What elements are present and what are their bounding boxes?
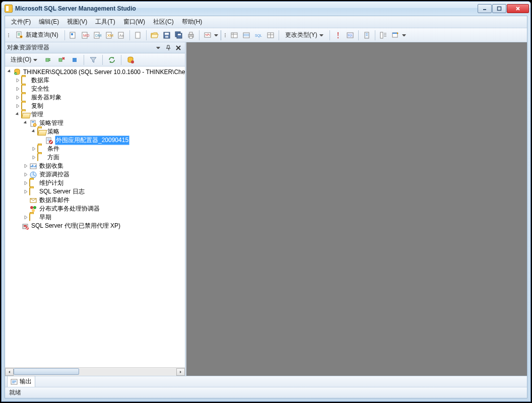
tb-list-btn[interactable] xyxy=(378,30,389,41)
toolbar-grip[interactable] xyxy=(7,33,10,37)
tb-btn-2[interactable]: MD xyxy=(80,30,91,41)
expand-icon[interactable] xyxy=(22,163,29,170)
menu-edit[interactable]: 编辑(E) xyxy=(35,16,63,28)
collapse-icon[interactable] xyxy=(6,69,13,76)
collapse-icon[interactable] xyxy=(22,120,29,127)
tree-node-policy-mgmt[interactable]: 策略管理 xyxy=(5,119,185,127)
horizontal-scrollbar[interactable] xyxy=(5,367,185,376)
svg-rect-57 xyxy=(32,121,34,122)
window-title: Microsoft SQL Server Management Studio xyxy=(15,5,477,12)
tb-sql-btn[interactable]: SQL xyxy=(253,30,264,41)
tree-node-security[interactable]: 安全性 xyxy=(5,85,185,93)
connect-icon-button[interactable] xyxy=(43,54,54,65)
expand-icon[interactable] xyxy=(30,146,37,153)
window-position-button[interactable] xyxy=(154,44,163,52)
tree-node-server[interactable]: THINKER\SQL2008 (SQL Server 10.0.1600 - … xyxy=(5,68,185,76)
tree-node-databases[interactable]: 数据库 xyxy=(5,76,185,85)
new-query-button[interactable]: 新建查询(N) xyxy=(12,29,62,41)
disconnect-button[interactable] xyxy=(56,54,67,65)
tb-btn-5[interactable]: Aa xyxy=(116,30,127,41)
menu-window[interactable]: 窗口(W) xyxy=(119,16,149,28)
save-button[interactable] xyxy=(161,30,172,41)
expand-icon[interactable] xyxy=(14,77,21,84)
tb-btn-1[interactable] xyxy=(68,30,79,41)
scroll-right-button[interactable] xyxy=(176,368,185,376)
activity-icon xyxy=(204,31,212,39)
open-button[interactable] xyxy=(149,30,160,41)
svg-text:XM: XM xyxy=(107,33,113,38)
expand-icon[interactable] xyxy=(22,171,29,178)
scroll-track[interactable] xyxy=(14,368,176,376)
tb-btn-3[interactable]: DM xyxy=(92,30,103,41)
svg-point-58 xyxy=(33,123,36,126)
folder-icon xyxy=(21,102,22,110)
svg-rect-1 xyxy=(498,7,501,11)
tree-node-conditions[interactable]: 条件 xyxy=(5,145,185,153)
tb-tbl-3[interactable] xyxy=(265,30,276,41)
toolbar-grip-2[interactable] xyxy=(224,33,227,37)
expand-icon[interactable] xyxy=(22,188,29,195)
maximize-button[interactable] xyxy=(492,4,506,13)
filter-button[interactable] xyxy=(88,54,99,65)
tree-node-replication[interactable]: 复制 xyxy=(5,102,185,110)
collapse-icon[interactable] xyxy=(14,111,21,118)
tree-node-logs[interactable]: SQL Server 日志 xyxy=(5,187,185,196)
tb-sql2-btn[interactable]: SQL xyxy=(345,30,356,41)
collapse-icon[interactable] xyxy=(30,128,37,136)
tb-newwin-btn[interactable] xyxy=(390,30,401,41)
tb-btn-6[interactable] xyxy=(132,30,144,41)
expand-icon[interactable] xyxy=(30,154,37,161)
tree-node-selected-policy[interactable]: 外围应用配置器_20090415 xyxy=(5,136,185,145)
tree-node-facets[interactable]: 方面 xyxy=(5,153,185,162)
panel-title: 对象资源管理器 xyxy=(7,43,153,52)
menu-view[interactable]: 视图(V) xyxy=(63,16,91,28)
stop-button[interactable] xyxy=(69,54,80,65)
expand-icon[interactable] xyxy=(22,214,29,221)
folder-open-icon xyxy=(151,31,159,39)
menu-help[interactable]: 帮助(H) xyxy=(178,16,207,28)
tb-tbl-1[interactable] xyxy=(229,30,240,41)
expand-icon[interactable] xyxy=(14,94,21,101)
tree-node-legacy[interactable]: 早期 xyxy=(5,213,185,222)
minimize-button[interactable] xyxy=(478,4,492,13)
folder-icon xyxy=(21,76,22,84)
tb-tbl-2[interactable] xyxy=(241,30,252,41)
svg-rect-19 xyxy=(165,36,168,38)
tree-container[interactable]: THINKER\SQL2008 (SQL Server 10.0.1600 - … xyxy=(5,66,185,367)
tree-node-management[interactable]: 管理 xyxy=(5,110,185,119)
pin-icon xyxy=(166,45,171,51)
dropdown-icon[interactable] xyxy=(214,34,218,36)
close-button[interactable] xyxy=(507,4,529,13)
tree-node-server-objects[interactable]: 服务器对象 xyxy=(5,93,185,102)
save-all-button[interactable] xyxy=(173,30,184,41)
dropdown-icon[interactable] xyxy=(402,34,406,36)
tb-indent-btn[interactable] xyxy=(361,30,372,41)
tree-node-dbmail[interactable]: 数据库邮件 xyxy=(5,196,185,205)
menu-file[interactable]: 文件(F) xyxy=(7,16,35,28)
tree-node-data-collection[interactable]: 数据收集 xyxy=(5,162,185,170)
change-type-button[interactable]: 更改类型(Y) xyxy=(282,29,327,41)
mail-icon xyxy=(29,196,37,205)
tree-node-policies[interactable]: 策略 xyxy=(5,127,185,136)
menu-community[interactable]: 社区(C) xyxy=(149,16,178,28)
report-button[interactable] xyxy=(125,54,136,65)
connect-button[interactable]: 连接(O) xyxy=(7,54,41,65)
execute-button[interactable] xyxy=(332,30,344,41)
panel-header[interactable]: 对象资源管理器 xyxy=(5,42,185,53)
expand-icon[interactable] xyxy=(14,103,21,110)
scroll-left-button[interactable] xyxy=(5,368,14,376)
expand-icon[interactable] xyxy=(14,86,21,93)
folder-icon xyxy=(37,153,38,161)
refresh-button[interactable] xyxy=(106,54,117,65)
menu-tools[interactable]: 工具(T) xyxy=(91,16,119,28)
print-button[interactable] xyxy=(185,30,196,41)
titlebar[interactable]: Microsoft SQL Server Management Studio xyxy=(2,2,530,16)
output-tab[interactable]: 输出 xyxy=(7,376,35,387)
activity-button[interactable] xyxy=(202,30,213,41)
pin-button[interactable] xyxy=(164,44,173,52)
expand-icon[interactable] xyxy=(22,180,29,187)
tb-btn-4[interactable]: XM xyxy=(104,30,115,41)
panel-close-button[interactable] xyxy=(174,44,183,52)
scroll-thumb[interactable] xyxy=(14,368,79,375)
tree-node-agent[interactable]: SQL Server 代理(已禁用代理 XP) xyxy=(5,222,185,230)
